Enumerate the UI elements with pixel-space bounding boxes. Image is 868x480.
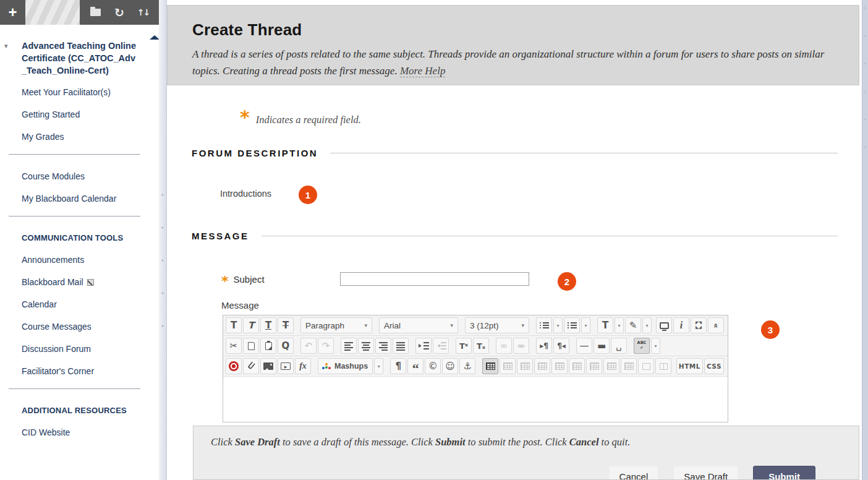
- strikethrough-button[interactable]: T: [278, 317, 294, 333]
- sidebar-collapse-strip[interactable]: [159, 0, 167, 480]
- add-menu-item-button[interactable]: +: [0, 0, 25, 25]
- spell-check-menu-button[interactable]: ▾: [651, 338, 660, 354]
- bold-button[interactable]: T: [226, 317, 242, 333]
- sidebar-item-course-modules[interactable]: Course Modules: [22, 171, 159, 181]
- sidebar-item-getting-started[interactable]: Getting Started: [22, 109, 159, 119]
- sidebar-item-label: My Blackboard Calendar: [22, 194, 116, 204]
- paragraph-style-select[interactable]: Paragraph▾: [300, 317, 372, 333]
- sidebar-item-discussion-forum[interactable]: Discussion Forum: [22, 344, 159, 354]
- blockquote-button[interactable]: “: [407, 358, 423, 374]
- font-family-select[interactable]: Arial▾: [379, 317, 458, 333]
- numbered-list-menu-button[interactable]: ▾: [581, 317, 590, 333]
- sidebar-item-announcements[interactable]: Announcements: [22, 255, 159, 265]
- bullet-list-button[interactable]: [536, 317, 552, 333]
- record-media-button[interactable]: [226, 358, 242, 374]
- submit-button[interactable]: Submit: [753, 466, 815, 480]
- sidebar-item-label: Getting Started: [22, 109, 80, 119]
- sidebar-item-course-messages[interactable]: Course Messages: [22, 322, 159, 332]
- superscript-button[interactable]: Tˣ: [456, 338, 472, 354]
- thick-rule-button[interactable]: ▬: [594, 338, 610, 354]
- indent-button[interactable]: [415, 338, 432, 354]
- emoticon-button[interactable]: ☺: [442, 358, 458, 374]
- sidebar-item-label: Course Messages: [22, 322, 91, 332]
- message-section-header: MESSAGE: [192, 231, 838, 241]
- preview-icon: [660, 322, 669, 329]
- refresh-button[interactable]: ↻: [111, 4, 127, 20]
- subscript-button[interactable]: Tₓ: [473, 338, 489, 354]
- message-editor-body[interactable]: [223, 377, 728, 422]
- css-source-button[interactable]: CSS: [704, 358, 724, 374]
- record-media-icon: [229, 361, 239, 371]
- numbered-list-button[interactable]: [564, 317, 580, 333]
- cut-button[interactable]: ✂: [226, 338, 242, 354]
- mashups-menu-button[interactable]: ▾: [374, 358, 383, 374]
- find-button[interactable]: Q: [278, 338, 294, 354]
- copyright-button[interactable]: ©: [425, 358, 441, 374]
- sidebar-item-my-blackboard-calendar[interactable]: My Blackboard Calendar: [22, 194, 159, 204]
- align-center-button[interactable]: [358, 338, 374, 354]
- sidebar-item-meet-your-facilitator-s[interactable]: Meet Your Facilitator(s): [22, 87, 159, 97]
- folder-view-button[interactable]: [88, 4, 104, 20]
- merge-cells-button: [638, 358, 654, 374]
- page-description: A thread is a series of posts related to…: [192, 46, 832, 79]
- ltr-paragraph-button[interactable]: ▸¶: [536, 338, 552, 354]
- save-draft-button[interactable]: Save Draft: [673, 466, 738, 480]
- main-content: Create Thread A thread is a series of po…: [167, 0, 859, 480]
- highlight-button[interactable]: ✎: [625, 317, 641, 333]
- align-right-button[interactable]: [375, 338, 391, 354]
- math-editor-button[interactable]: fx: [295, 358, 311, 374]
- add-link-icon: ∞: [500, 341, 508, 351]
- preview-button[interactable]: [656, 317, 672, 333]
- emoticon-icon: ☺: [445, 362, 455, 371]
- course-menu-collapse-arrow[interactable]: ▾: [4, 42, 8, 50]
- paste-button[interactable]: [260, 338, 276, 354]
- insert-table-button[interactable]: [482, 358, 498, 374]
- text-color-button[interactable]: T: [597, 317, 613, 333]
- attach-file-button[interactable]: [243, 358, 259, 374]
- html-source-button[interactable]: HTML: [676, 358, 703, 374]
- attach-file-icon: [247, 361, 255, 370]
- delete-column-button: [621, 358, 637, 374]
- sidebar-item-cid-website[interactable]: CID Website: [22, 427, 159, 437]
- sidebar-item-label: Announcements: [22, 255, 84, 265]
- fullscreen-button[interactable]: ◤◥ ◣◢: [691, 317, 707, 333]
- sidebar-item-label: CID Website: [22, 427, 70, 437]
- collapse-toolbar-button[interactable]: «: [708, 317, 724, 333]
- mashups-button[interactable]: Mashups: [318, 358, 373, 374]
- page-scrollbar[interactable]: [862, 0, 868, 480]
- sidebar-item-blackboard-mail[interactable]: Blackboard Mail: [22, 277, 159, 287]
- copy-button[interactable]: [243, 338, 259, 354]
- required-asterisk-icon: *: [240, 110, 250, 125]
- insert-image-button[interactable]: [260, 358, 276, 374]
- font-size-select[interactable]: 3 (12pt)▾: [465, 317, 529, 333]
- cancel-button[interactable]: Cancel: [609, 466, 659, 480]
- highlight-menu-button[interactable]: ▾: [642, 317, 652, 333]
- course-title-link[interactable]: Advanced Teaching Online Certificate (CC…: [22, 40, 138, 77]
- select-value: 3 (12pt): [470, 321, 499, 330]
- paragraph-mark-button[interactable]: ¶: [390, 358, 406, 374]
- horizontal-rule-button[interactable]: —: [576, 338, 592, 354]
- text-color-menu-button[interactable]: ▾: [615, 317, 624, 333]
- redo-icon: ↷: [322, 341, 330, 351]
- help-info-button[interactable]: i: [673, 317, 689, 333]
- underline-button[interactable]: T: [260, 317, 276, 333]
- subject-input[interactable]: [340, 272, 529, 286]
- rtl-paragraph-button[interactable]: ¶◂: [553, 338, 569, 354]
- message-section-title: MESSAGE: [192, 231, 249, 241]
- sidebar-item-facilitator-s-corner[interactable]: Facilitator's Corner: [22, 366, 159, 376]
- bullet-list-menu-button[interactable]: ▾: [553, 317, 563, 333]
- undo-button: ↶: [300, 338, 317, 354]
- italic-button[interactable]: T: [243, 317, 259, 333]
- reorder-button[interactable]: ↑↓: [135, 4, 151, 20]
- nonbreaking-space-button[interactable]: ␣: [611, 338, 627, 354]
- align-left-button[interactable]: [341, 338, 357, 354]
- sidebar-item-my-grades[interactable]: My Grades: [22, 132, 159, 142]
- anchor-button[interactable]: ⚓: [459, 358, 475, 374]
- spell-check-button[interactable]: ABC ✔: [634, 338, 650, 354]
- insert-video-button[interactable]: [278, 358, 294, 374]
- sidebar-section-communication-tools: COMMUNICATION TOOLS: [22, 233, 159, 242]
- indent-icon: [423, 342, 429, 349]
- more-help-link[interactable]: More Help: [400, 65, 446, 77]
- sidebar-item-calendar[interactable]: Calendar: [22, 299, 159, 309]
- align-justify-button[interactable]: [393, 338, 409, 354]
